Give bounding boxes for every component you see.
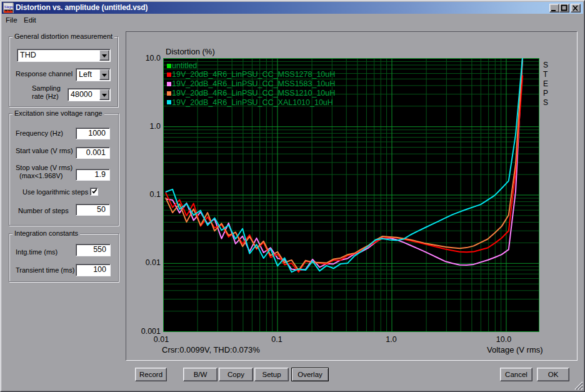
svg-text:Steps: Steps bbox=[4, 4, 14, 9]
